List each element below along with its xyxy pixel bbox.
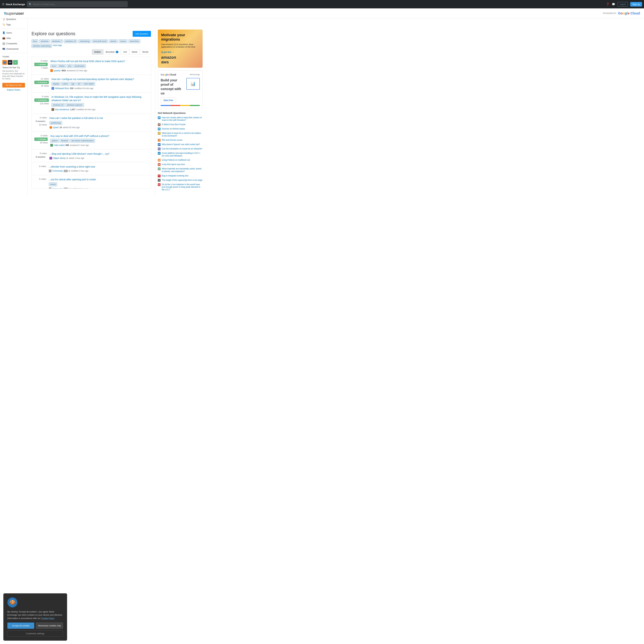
filter-tab-bountied[interactable]: Bountied 2 xyxy=(103,49,121,55)
q-title[interactable]: ...ding and ejecting USB devices" even t… xyxy=(49,152,148,155)
sidebar-item-tags[interactable]: 🏷️ Tags xyxy=(1,22,27,27)
stack-exchange-logo[interactable]: Stack Exchange xyxy=(6,3,25,6)
hnq-link[interactable]: Cross platform raw input handling in C/C… xyxy=(162,152,203,157)
q-title[interactable]: How do I configure my monitor/operating … xyxy=(51,77,148,81)
hnq-link[interactable]: What materials are industrially useful, … xyxy=(162,168,203,173)
tag[interactable]: two-factor-authentication xyxy=(70,139,95,143)
user-link[interactable]: grawity xyxy=(54,69,60,72)
tag-windows[interactable]: windows xyxy=(39,39,50,43)
list-item[interactable]: [S] Do all the Li-ion batteries in the w… xyxy=(158,183,203,191)
signup-button[interactable]: Sign up xyxy=(630,2,642,7)
list-item[interactable]: P 6 Sided Cross Burr Puzzle xyxy=(158,123,203,126)
filter-tab-hot[interactable]: Hot xyxy=(121,49,129,55)
hnq-link[interactable]: 6 Sided Cross Burr Puzzle xyxy=(162,123,185,126)
list-item[interactable]: SE What materials are industrially usefu… xyxy=(158,168,203,173)
tag[interactable]: libraries xyxy=(60,139,69,143)
tag-windows-7[interactable]: windows-7 xyxy=(51,39,63,43)
q-title[interactable]: ...efender from scanning a drive right n… xyxy=(49,165,148,168)
q-views: 7 views xyxy=(41,67,48,69)
list-item[interactable]: {} The height of the superscript term is… xyxy=(158,179,203,182)
tag[interactable]: netcat xyxy=(49,182,57,186)
q-title[interactable]: How can I solve the partition is full wh… xyxy=(49,116,148,120)
sidebar-item-unanswered[interactable]: 📭 Unanswered xyxy=(1,46,27,51)
tag[interactable]: colors xyxy=(61,82,69,86)
tag[interactable]: python xyxy=(50,139,59,143)
tag-wireless-networking[interactable]: wireless-networking xyxy=(32,44,52,48)
aws-ad-link[interactable]: Q got this → xyxy=(161,51,174,53)
tag[interactable]: dvi xyxy=(76,82,82,86)
list-item[interactable]: SE a key that opens any door xyxy=(158,163,203,166)
filter-tab-week[interactable]: Week xyxy=(129,49,140,55)
hnq-link[interactable]: The height of the superscript term is to… xyxy=(162,179,202,182)
hnq-link[interactable]: Bug in Integrate involving Sec xyxy=(162,175,189,177)
tag[interactable]: partitioning xyxy=(49,121,62,125)
site-header-bar: ☰ Stack Exchange 🔍 ❓ 💬 Log in Sign up xyxy=(0,0,644,8)
tag[interactable]: windows-explorer xyxy=(65,103,84,107)
site-brand[interactable]: 𝄿 superuser xyxy=(4,11,24,16)
user-link[interactable]: Slippin Jimmy xyxy=(53,157,66,159)
tag-networking[interactable]: networking xyxy=(78,39,91,43)
tag[interactable]: dns xyxy=(67,64,73,68)
tag-microsoft-excel[interactable]: microsoft-excel xyxy=(92,39,108,43)
filter-tab-active[interactable]: Active xyxy=(92,49,103,55)
user-link[interactable]: Quest xyxy=(53,126,59,129)
list-item[interactable]: SE Cross platform raw input handling in … xyxy=(158,152,203,157)
user-link[interactable]: Community xyxy=(52,170,63,172)
filter-tab-month[interactable]: Month xyxy=(140,49,151,55)
tag[interactable]: bookmarks xyxy=(73,64,86,68)
user-rep: 695 xyxy=(66,144,69,146)
q-title[interactable]: Any way to deal with 2FA with PyPi witho… xyxy=(50,134,148,138)
hnq-link[interactable]: Do all the Li-ion batteries in the world… xyxy=(162,183,203,191)
tag-windows-10[interactable]: windows-10 xyxy=(64,39,77,43)
hnq-link[interactable]: Can the translation of a book be an obst… xyxy=(162,148,202,150)
tag[interactable]: windows-10 xyxy=(51,103,65,107)
tag-macos[interactable]: macos xyxy=(119,39,127,43)
search-input[interactable] xyxy=(33,3,126,6)
more-tags-link[interactable]: more tags xyxy=(53,44,62,48)
hnq-link[interactable]: a key that opens any door xyxy=(162,163,185,166)
list-item[interactable]: SE How are rockets able to keep their ce… xyxy=(158,116,203,122)
q-votes: 0 votes xyxy=(39,165,46,168)
try-teams-button[interactable]: Try Teams for free xyxy=(2,83,25,88)
list-item[interactable]: SE Using FoldList on multilevel List xyxy=(158,159,203,162)
list-item[interactable]: $ IRS and Govvie curves xyxy=(158,139,203,142)
user-link[interactable]: mike rodent xyxy=(54,144,65,146)
sidebar-item-users[interactable]: 👤 Users xyxy=(1,30,27,35)
tag-hard-drive[interactable]: hard-drive xyxy=(128,39,140,43)
tag[interactable]: color-depth xyxy=(82,82,95,86)
hnq-link[interactable]: Sources on hirfurei aveira xyxy=(162,128,185,130)
tag-linux[interactable]: linux xyxy=(32,39,38,43)
list-item[interactable]: M What does it mean for a chord to be re… xyxy=(158,132,203,137)
user-link[interactable]: Community xyxy=(52,188,63,189)
q-title[interactable]: When Firefox will not ask the local DNS … xyxy=(50,60,148,63)
user-link[interactable]: Dan Henderson xyxy=(55,108,69,111)
hnq-link[interactable]: What does it mean for a chord to be rela… xyxy=(162,132,203,137)
tag[interactable]: linux xyxy=(50,64,57,68)
inbox-icon[interactable]: 💬 xyxy=(612,3,615,6)
hnq-link[interactable]: How are rockets able to keep their cente… xyxy=(162,116,203,122)
gcloud-start-free-button[interactable]: Start free xyxy=(161,97,176,103)
questions-list: 0 votes ✓ 1 answer 7 views When Firefox … xyxy=(32,57,151,189)
q-title[interactable]: ...out for netcat after opening port in … xyxy=(49,178,148,181)
ask-question-button[interactable]: Ask Question xyxy=(133,31,151,37)
hnq-link[interactable]: Why doesn't SpaceX use solid rocket fuel… xyxy=(162,143,200,146)
tag-ubuntu[interactable]: ubuntu xyxy=(109,39,118,43)
hnq-link[interactable]: Using FoldList on multilevel List xyxy=(162,159,190,162)
user-link[interactable]: Whitequill Riclo xyxy=(55,87,69,90)
tag[interactable]: firefox xyxy=(58,64,66,68)
list-item[interactable]: SE Sources on hirfurei aveira xyxy=(158,128,203,130)
list-item[interactable]: SP Why doesn't SpaceX use solid rocket f… xyxy=(158,143,203,146)
sidebar-item-jobs[interactable]: 💼 Jobs xyxy=(1,35,27,41)
q-title[interactable]: In Windows 10, File explorer, how to mak… xyxy=(51,95,148,102)
hnq-link[interactable]: IRS and Govvie curves xyxy=(162,139,182,142)
hamburger-icon[interactable]: ☰ xyxy=(2,3,4,6)
sidebar-item-companies[interactable]: 🏢 Companies xyxy=(1,41,27,46)
login-button[interactable]: Log in xyxy=(618,2,628,7)
tag[interactable]: display xyxy=(51,82,60,86)
explore-teams-link[interactable]: Explore Teams xyxy=(2,89,25,91)
list-item[interactable]: SE Bug in Integrate involving Sec xyxy=(158,175,203,177)
help-icon[interactable]: ❓ xyxy=(606,3,609,6)
list-item[interactable]: SE Can the translation of a book be an o… xyxy=(158,148,203,150)
tag[interactable]: vga xyxy=(70,82,76,86)
q-votes: 5 votes xyxy=(42,95,49,98)
